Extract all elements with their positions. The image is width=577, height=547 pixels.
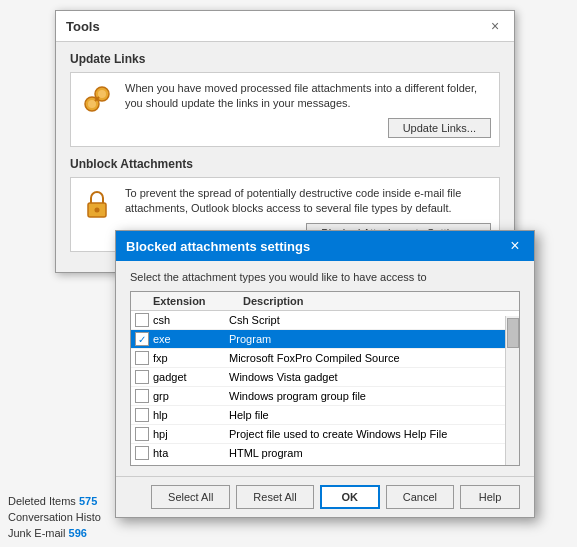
blocked-dialog-titlebar: Blocked attachments settings × (116, 231, 534, 261)
desc-cell: HTML program (229, 447, 515, 459)
sidebar-deleted-items[interactable]: Deleted Items 575 (8, 493, 107, 509)
ext-cell: grp (153, 390, 229, 402)
blocked-dialog-description: Select the attachment types you would li… (130, 271, 520, 283)
sidebar-junk-email[interactable]: Junk E-mail 596 (8, 525, 107, 541)
junk-email-label: Junk E-mail (8, 527, 65, 539)
list-row[interactable]: gadgetWindows Vista gadget (131, 368, 519, 387)
svg-point-2 (88, 100, 96, 108)
description-column-header: Description (243, 295, 515, 307)
help-button[interactable]: Help (460, 485, 520, 509)
cancel-button[interactable]: Cancel (386, 485, 454, 509)
desc-cell: Program (229, 333, 515, 345)
tools-dialog-titlebar: Tools × (56, 11, 514, 42)
list-row[interactable]: fxpMicrosoft FoxPro Compiled Source (131, 349, 519, 368)
row-checkbox[interactable] (135, 389, 149, 403)
extension-column-header: Extension (153, 295, 243, 307)
scrollbar-thumb (507, 318, 519, 348)
desc-cell: Project file used to create Windows Help… (229, 428, 515, 440)
blocked-dialog-close-button[interactable]: × (506, 237, 524, 255)
list-row[interactable]: hpjProject file used to create Windows H… (131, 425, 519, 444)
ext-cell: gadget (153, 371, 229, 383)
blocked-dialog-buttons: Select All Reset All OK Cancel Help (116, 476, 534, 517)
ext-cell: hlp (153, 409, 229, 421)
row-checkbox[interactable]: ✓ (135, 332, 149, 346)
list-scrollbar[interactable] (505, 316, 519, 466)
list-row[interactable]: cshCsh Script (131, 311, 519, 330)
update-links-icon (79, 81, 115, 117)
ext-cell: hpj (153, 428, 229, 440)
blocked-attachments-dialog: Blocked attachments settings × Select th… (115, 230, 535, 518)
deleted-items-label: Deleted Items (8, 495, 76, 507)
svg-point-3 (98, 90, 106, 98)
blocked-dialog-content: Select the attachment types you would li… (116, 261, 534, 476)
select-all-button[interactable]: Select All (151, 485, 230, 509)
list-body: cshCsh Script✓exeProgramfxpMicrosoft Fox… (131, 311, 519, 462)
ext-cell: csh (153, 314, 229, 326)
desc-cell: Help file (229, 409, 515, 421)
desc-cell: Csh Script (229, 314, 515, 326)
row-checkbox[interactable] (135, 313, 149, 327)
row-checkbox[interactable] (135, 408, 149, 422)
desc-cell: Windows program group file (229, 390, 515, 402)
desc-cell: Microsoft FoxPro Compiled Source (229, 352, 515, 364)
blocked-dialog-title: Blocked attachments settings (126, 239, 310, 254)
unblock-attachments-icon (79, 186, 115, 222)
reset-all-button[interactable]: Reset All (236, 485, 313, 509)
list-row[interactable]: grpWindows program group file (131, 387, 519, 406)
update-links-desc: When you have moved processed file attac… (125, 81, 491, 112)
tools-dialog-title: Tools (66, 19, 100, 34)
row-checkbox[interactable] (135, 446, 149, 460)
desc-cell: Windows Vista gadget (229, 371, 515, 383)
update-links-button[interactable]: Update Links... (388, 118, 491, 138)
sidebar-conversation-history[interactable]: Conversation Histo (8, 509, 107, 525)
svg-point-6 (95, 207, 100, 212)
list-header: Extension Description (131, 292, 519, 311)
row-checkbox[interactable] (135, 427, 149, 441)
row-checkbox[interactable] (135, 351, 149, 365)
tools-dialog-close-button[interactable]: × (486, 17, 504, 35)
list-row[interactable]: ✓exeProgram (131, 330, 519, 349)
sidebar: Deleted Items 575 Conversation Histo Jun… (0, 487, 115, 547)
list-row[interactable]: htaHTML program (131, 444, 519, 462)
unblock-attachments-desc: To prevent the spread of potentially des… (125, 186, 491, 217)
attachment-types-list: Extension Description cshCsh Script✓exeP… (130, 291, 520, 466)
unblock-attachments-title: Unblock Attachments (70, 157, 500, 171)
update-links-box: When you have moved processed file attac… (70, 72, 500, 147)
ext-cell: hta (153, 447, 229, 459)
deleted-items-count: 575 (79, 495, 97, 507)
list-row[interactable]: hlpHelp file (131, 406, 519, 425)
junk-email-count: 596 (69, 527, 87, 539)
conv-history-label: Conversation Histo (8, 511, 101, 523)
ok-button[interactable]: OK (320, 485, 380, 509)
ext-cell: exe (153, 333, 229, 345)
update-links-title: Update Links (70, 52, 500, 66)
ext-cell: fxp (153, 352, 229, 364)
row-checkbox[interactable] (135, 370, 149, 384)
